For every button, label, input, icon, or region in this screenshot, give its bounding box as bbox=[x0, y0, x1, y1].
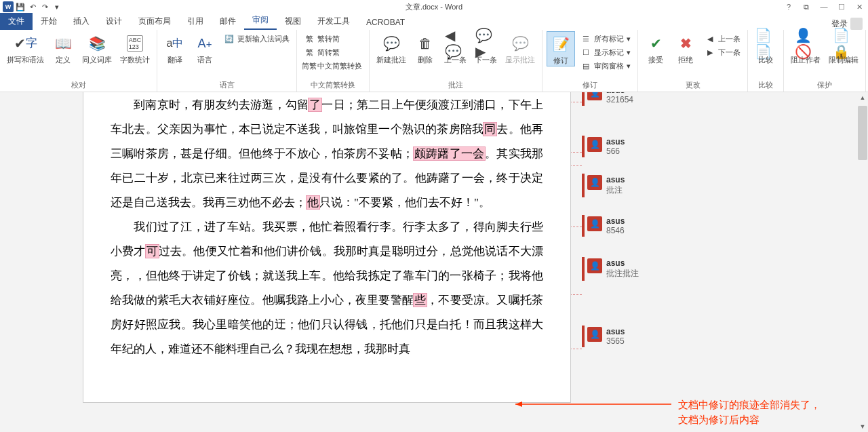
comment-item[interactable]: 👤asus批注批注 bbox=[582, 257, 772, 281]
comment-item[interactable]: 👤asus8546 bbox=[582, 215, 772, 237]
group-label-language: 语言 bbox=[161, 80, 292, 92]
avatar-icon: 👤 bbox=[587, 216, 602, 231]
thesaurus-icon: 📚 bbox=[86, 33, 108, 54]
title-bar: W 💾 ↶ ↷ ▾ 文章.docx - Word ? ⧉ — ☐ ✕ bbox=[0, 0, 868, 14]
tab-acrobat[interactable]: ACROBAT bbox=[358, 15, 413, 30]
tab-design[interactable]: 设计 bbox=[98, 13, 130, 30]
reviewing-pane-dropdown[interactable]: ▤审阅窗格 ▾ bbox=[578, 60, 633, 72]
wordcount-button[interactable]: ABC123 字数统计 bbox=[117, 31, 153, 65]
tab-developer[interactable]: 开发工具 bbox=[309, 13, 358, 30]
scroll-thumb[interactable] bbox=[858, 106, 867, 160]
sc-tc-icon: 繁 bbox=[304, 33, 315, 44]
avatar-icon bbox=[850, 18, 863, 30]
tc-to-sc-button[interactable]: 繁简转繁 bbox=[301, 46, 365, 58]
ribbon-group-comments: 💬新建批注 🗑删除 ◀💬上一条 💬▶下一条 💬显示批注 批注 bbox=[370, 30, 542, 92]
tab-layout[interactable]: 页面布局 bbox=[130, 13, 179, 30]
help-icon[interactable]: ? bbox=[783, 3, 795, 12]
ribbon-group-protect: 👤🚫阻止作者 📄🔒限制编辑 保护 bbox=[784, 30, 866, 92]
tab-home[interactable]: 开始 bbox=[33, 13, 65, 30]
block-authors-button[interactable]: 👤🚫阻止作者 bbox=[788, 31, 823, 65]
markup-icon: ☰ bbox=[580, 33, 591, 44]
accept-icon: ✔ bbox=[645, 33, 667, 54]
close-icon[interactable]: ✕ bbox=[853, 3, 865, 12]
comment-item[interactable]: 👤asus566 bbox=[582, 136, 772, 157]
show-markup-icon: ☐ bbox=[580, 47, 591, 58]
next-change-button[interactable]: ▶下一条 bbox=[702, 46, 743, 58]
markup-view-dropdown[interactable]: ☰所有标记 ▾ bbox=[578, 33, 633, 45]
save-icon[interactable]: 💾 bbox=[15, 1, 26, 12]
document-area: 到南京时，有朋友约去游逛，勾留了一日；第二日上午便须渡江到浦口，下午上车北去。父… bbox=[0, 92, 868, 432]
avatar-icon: 👤 bbox=[587, 92, 602, 100]
avatar-icon: 👤 bbox=[587, 327, 602, 342]
tab-view[interactable]: 视图 bbox=[277, 13, 309, 30]
svg-marker-1 bbox=[515, 401, 522, 407]
avatar-icon: 👤 bbox=[587, 137, 602, 152]
sign-in-label: 登录 bbox=[831, 18, 848, 30]
language-icon: A+ bbox=[194, 33, 216, 54]
prev-comment-button[interactable]: ◀💬上一条 bbox=[441, 31, 469, 65]
minimize-icon[interactable]: — bbox=[818, 3, 830, 12]
ribbon-options-icon[interactable]: ⧉ bbox=[800, 3, 812, 12]
compare-icon: 📄📄 bbox=[755, 33, 776, 54]
pane-icon: ▤ bbox=[580, 60, 591, 71]
prev-change-icon: ◀ bbox=[705, 33, 715, 44]
wordcount-icon: ABC123 bbox=[124, 33, 146, 54]
accept-button[interactable]: ✔接受 bbox=[642, 31, 669, 65]
group-label-proofing: 校对 bbox=[4, 80, 153, 92]
maximize-icon[interactable]: ☐ bbox=[835, 3, 848, 12]
undo-icon[interactable]: ↶ bbox=[27, 1, 38, 12]
group-label-protect: 保护 bbox=[788, 80, 861, 92]
group-label-compare: 比较 bbox=[752, 80, 779, 92]
next-comment-button[interactable]: 💬▶下一条 bbox=[472, 31, 500, 65]
comment-item[interactable]: 👤asus321654 bbox=[582, 92, 772, 106]
vertical-scrollbar[interactable]: ▲ ▼ bbox=[857, 92, 868, 432]
delete-comment-button[interactable]: 🗑删除 bbox=[412, 31, 439, 65]
scroll-down-icon[interactable]: ▼ bbox=[857, 421, 868, 432]
show-comments-button[interactable]: 💬显示批注 bbox=[502, 31, 538, 65]
define-button[interactable]: 📖 定义 bbox=[50, 31, 77, 65]
tab-insert[interactable]: 插入 bbox=[65, 13, 98, 30]
convert-button[interactable]: 简繁中文简繁转换 bbox=[301, 60, 365, 72]
quick-access-toolbar: W 💾 ↶ ↷ ▾ bbox=[0, 1, 62, 12]
track-changes-icon: 📝 bbox=[550, 33, 572, 55]
tab-references[interactable]: 引用 bbox=[179, 13, 212, 30]
sign-in[interactable]: 登录 bbox=[831, 18, 863, 30]
track-changes-button[interactable]: 📝修订 bbox=[547, 31, 575, 66]
comment-item[interactable]: 👤asus3565 bbox=[582, 326, 772, 347]
group-label-chinese: 中文简繁转换 bbox=[301, 80, 365, 92]
comment-item[interactable]: 👤asus批注 bbox=[582, 174, 772, 197]
tc-sc-icon: 繁 bbox=[304, 47, 315, 58]
ime-icon: 🔄 bbox=[224, 33, 235, 44]
tab-mailings[interactable]: 邮件 bbox=[212, 13, 244, 30]
prev-change-button[interactable]: ◀上一条 bbox=[702, 33, 743, 45]
compare-button[interactable]: 📄📄比较 bbox=[752, 31, 779, 65]
ribbon-tabs: 文件 开始 插入 设计 页面布局 引用 邮件 审阅 视图 开发工具 ACROBA… bbox=[0, 14, 868, 30]
redo-icon[interactable]: ↷ bbox=[39, 1, 50, 12]
avatar-icon: 👤 bbox=[587, 258, 602, 273]
reject-button[interactable]: ✖拒绝 bbox=[672, 31, 699, 65]
prev-comment-icon: ◀💬 bbox=[445, 33, 467, 54]
tab-review[interactable]: 审阅 bbox=[244, 12, 277, 30]
avatar-icon: 👤 bbox=[587, 175, 602, 190]
paragraph-1[interactable]: 到南京时，有朋友约去游逛，勾留了一日；第二日上午便须渡江到浦口，下午上车北去。父… bbox=[111, 93, 543, 215]
ribbon-group-language: a中 翻译 A+ 语言 🔄 更新输入法词典 语言 bbox=[157, 30, 297, 92]
paragraph-2[interactable]: 我们过了江，进了车站。我买票，他忙着照看行李。行李太多了，得向脚夫行些小费才可过… bbox=[111, 215, 543, 361]
translate-icon: a中 bbox=[164, 33, 186, 54]
qat-dropdown-icon[interactable]: ▾ bbox=[52, 1, 62, 12]
language-button[interactable]: A+ 语言 bbox=[191, 31, 218, 65]
sc-to-tc-button[interactable]: 繁繁转简 bbox=[301, 33, 365, 45]
next-comment-icon: 💬▶ bbox=[475, 33, 497, 54]
translate-button[interactable]: a中 翻译 bbox=[161, 31, 189, 65]
thesaurus-button[interactable]: 📚 同义词库 bbox=[79, 31, 115, 65]
show-markup-dropdown[interactable]: ☐显示标记 ▾ bbox=[578, 46, 633, 58]
ribbon-group-tracking: 📝修订 ☰所有标记 ▾ ☐显示标记 ▾ ▤审阅窗格 ▾ 修订 bbox=[542, 30, 638, 92]
update-ime-button[interactable]: 🔄 更新输入法词典 bbox=[221, 33, 292, 45]
restrict-editing-button[interactable]: 📄🔒限制编辑 bbox=[826, 31, 861, 65]
spelling-button[interactable]: ✔字 拼写和语法 bbox=[4, 31, 47, 65]
ribbon-group-compare: 📄📄比较 比较 bbox=[748, 30, 784, 92]
new-comment-button[interactable]: 💬新建批注 bbox=[374, 31, 409, 65]
scroll-up-icon[interactable]: ▲ bbox=[857, 92, 868, 103]
lock-icon: 📄🔒 bbox=[833, 33, 854, 54]
tab-file[interactable]: 文件 bbox=[0, 13, 33, 30]
word-app-icon: W bbox=[3, 1, 14, 12]
